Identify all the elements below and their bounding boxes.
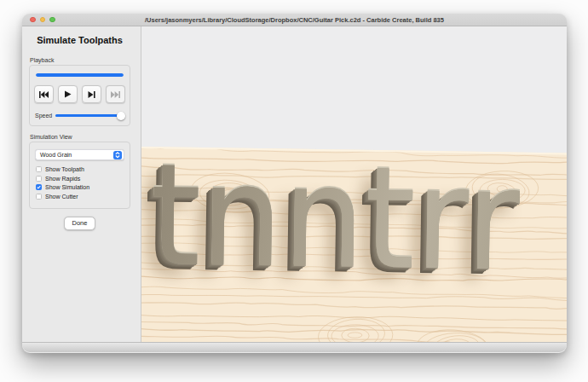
show-cutter-row[interactable]: Show Cutter [36,194,125,200]
skip-to-end-icon [111,91,120,98]
play-icon [64,90,72,98]
title-bar[interactable]: /Users/jasonmyers/Library/CloudStorage/D… [22,14,567,26]
speed-slider[interactable] [55,112,124,119]
window-title: /Users/jasonmyers/Library/CloudStorage/D… [22,16,567,24]
playback-progress-bar[interactable] [36,73,124,77]
speed-slider-thumb[interactable] [117,112,125,120]
step-forward-icon [88,91,95,98]
speed-slider-fill [55,114,121,117]
show-toolpath-label: Show Toolpath [45,166,84,172]
simulate-toolpaths-panel: Simulate Toolpaths Playback [22,26,141,342]
simulation-view-label: Simulation View [30,134,130,140]
playback-label: Playback [30,57,130,63]
close-button[interactable] [30,17,36,23]
step-forward-button[interactable] [82,85,101,103]
simulation-view-dropdown[interactable]: Wood Grain [35,149,124,160]
simulation-viewport[interactable]: ntnntrr ntnntrr [141,26,567,342]
skip-to-start-button[interactable] [34,85,54,103]
skip-to-end-button[interactable] [106,85,125,103]
show-simulation-checkbox[interactable] [36,184,42,190]
play-button[interactable] [58,85,78,103]
done-button[interactable]: Done [64,217,96,230]
transport-controls [34,85,125,103]
show-rapids-label: Show Rapids [45,176,80,182]
dropdown-stepper-icon [113,151,122,159]
show-toolpath-row[interactable]: Show Toolpath [36,166,125,172]
speed-label: Speed [35,113,52,119]
dropdown-value: Wood Grain [40,152,113,158]
panel-title: Simulate Toolpaths [29,35,130,45]
show-rapids-row[interactable]: Show Rapids [36,176,125,182]
zoom-button[interactable] [49,17,55,23]
wood-stock: ntnntrr ntnntrr [141,147,567,342]
app-window: /Users/jasonmyers/Library/CloudStorage/D… [22,14,567,353]
show-simulation-row[interactable]: Show Simulation [36,184,125,190]
show-cutter-checkbox[interactable] [36,194,42,200]
skip-to-start-icon [39,91,49,98]
minimize-button[interactable] [40,17,46,23]
playback-progress-fill [36,73,124,77]
traffic-lights [30,17,55,23]
window-bottom-edge [22,342,567,352]
show-simulation-label: Show Simulation [45,184,89,190]
show-cutter-label: Show Cutter [45,194,78,200]
simulation-view-group: Wood Grain Show Toolpath [29,142,130,209]
show-rapids-checkbox[interactable] [36,176,42,182]
show-toolpath-checkbox[interactable] [36,166,42,172]
playback-group: Speed [29,65,130,126]
carved-letters: ntnntrr [141,144,521,292]
